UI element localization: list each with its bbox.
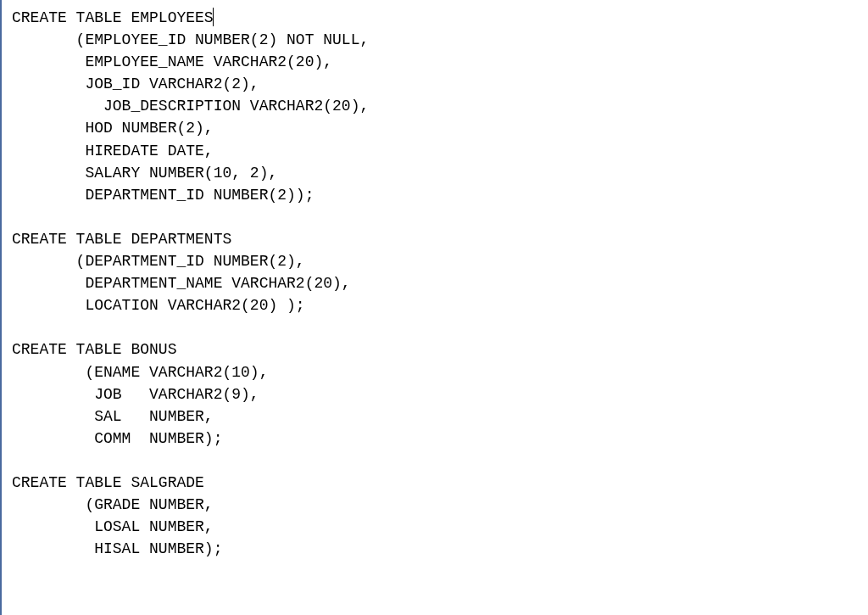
code-line: JOB_ID VARCHAR2(2), xyxy=(12,73,858,95)
code-line: HISAL NUMBER); xyxy=(12,538,858,560)
text-cursor xyxy=(213,8,214,26)
code-line: LOSAL NUMBER, xyxy=(12,516,858,538)
code-line: LOCATION VARCHAR2(20) ); xyxy=(12,294,858,316)
code-line: COMM NUMBER); xyxy=(12,428,858,450)
code-line: SAL NUMBER, xyxy=(12,405,858,428)
code-line: EMPLOYEE_NAME VARCHAR2(20), xyxy=(12,51,858,73)
code-line: CREATE TABLE BONUS xyxy=(12,338,858,361)
code-line xyxy=(12,316,858,338)
code-line: CREATE TABLE SALGRADE xyxy=(12,472,858,494)
code-line: HIREDATE DATE, xyxy=(12,140,858,162)
code-line: DEPARTMENT_ID NUMBER(2)); xyxy=(12,184,858,206)
code-line: HOD NUMBER(2), xyxy=(12,117,858,139)
code-line: SALARY NUMBER(10, 2), xyxy=(12,162,858,184)
code-line xyxy=(12,206,858,228)
code-line: (EMPLOYEE_ID NUMBER(2) NOT NULL, xyxy=(12,29,858,51)
code-editor[interactable]: CREATE TABLE EMPLOYEES (EMPLOYEE_ID NUMB… xyxy=(12,7,858,560)
code-line: CREATE TABLE EMPLOYEES xyxy=(12,7,858,29)
code-line: JOB VARCHAR2(9), xyxy=(12,383,858,405)
code-line: JOB_DESCRIPTION VARCHAR2(20), xyxy=(12,95,858,117)
code-line: (ENAME VARCHAR2(10), xyxy=(12,361,858,383)
code-line: DEPARTMENT_NAME VARCHAR2(20), xyxy=(12,272,858,294)
code-line: (GRADE NUMBER, xyxy=(12,494,858,516)
code-line: CREATE TABLE DEPARTMENTS xyxy=(12,228,858,250)
code-line: (DEPARTMENT_ID NUMBER(2), xyxy=(12,250,858,272)
code-line xyxy=(12,450,858,472)
